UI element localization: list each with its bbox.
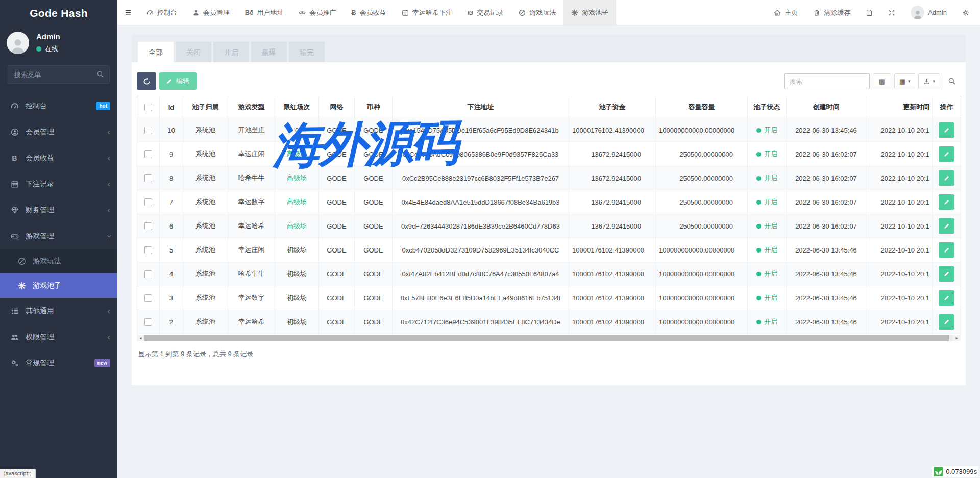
sidebar-search-input[interactable] (8, 65, 110, 84)
toggle-view-button[interactable]: ▤ (873, 73, 891, 89)
seedling-icon (934, 467, 943, 476)
column-header-网络[interactable]: 网络 (319, 96, 355, 118)
row-edit-button[interactable] (939, 170, 954, 186)
table-row: 2系统池幸运哈希初级场GODEGODE0x42C712f7C36e94C5390… (137, 310, 961, 334)
chevron-left-icon: ‹ (107, 332, 110, 342)
edit-button[interactable]: 编辑 (159, 72, 197, 90)
sidebar-item-会员收益[interactable]: Ƀ会员收益‹ (0, 145, 117, 171)
column-header-游戏类型[interactable]: 游戏类型 (228, 96, 275, 118)
row-edit-button[interactable] (939, 314, 954, 330)
tab-开启[interactable]: 开启 (213, 42, 249, 62)
performance-time: 0.073099s (946, 468, 977, 475)
topnav-action-Admin[interactable]: Admin (903, 0, 954, 25)
topnav-action-清除缓存[interactable]: 清除缓存 (805, 0, 858, 25)
column-header-池子归属[interactable]: 池子归属 (183, 96, 228, 118)
row-checkbox[interactable] (144, 318, 152, 326)
tab-赢爆[interactable]: 赢爆 (251, 42, 287, 62)
topnav-item-会员收益[interactable]: Ƀ会员收益 (344, 0, 394, 25)
topnav-item-label: 幸运哈希下注 (412, 8, 452, 17)
cell-status: 开启 (748, 142, 787, 166)
sidebar-submenu: 游戏玩法游戏池子 (0, 249, 117, 298)
row-checkbox[interactable] (144, 174, 152, 182)
row-checkbox[interactable] (144, 222, 152, 230)
cell-id: 3 (160, 286, 183, 310)
row-edit-button[interactable] (939, 146, 954, 162)
refresh-button[interactable] (137, 72, 156, 90)
topnav-item-游戏池子[interactable]: 游戏池子 (564, 0, 616, 25)
scrollbar-thumb[interactable] (144, 335, 949, 341)
row-checkbox[interactable] (144, 270, 152, 278)
sidebar-item-财务管理[interactable]: 财务管理‹ (0, 197, 117, 223)
column-header-更新时间[interactable]: 更新时间 (866, 96, 933, 118)
chevron-down-icon: ‹ (104, 235, 114, 238)
brand-title: Gode Hash (0, 0, 117, 27)
sidebar-item-下注记录[interactable]: 下注记录‹ (0, 171, 117, 197)
row-checkbox[interactable] (144, 246, 152, 254)
topnav-action-主页[interactable]: 主页 (766, 0, 805, 25)
topnav-item-label: 游戏池子 (582, 8, 608, 17)
column-header-限红场次[interactable]: 限红场次 (275, 96, 319, 118)
sidebar-item-游戏管理[interactable]: 游戏管理‹ (0, 223, 117, 249)
sidebar-item-会员管理[interactable]: 会员管理‹ (0, 119, 117, 145)
row-checkbox[interactable] (144, 150, 152, 158)
scroll-left-arrow-icon[interactable]: ◂ (137, 335, 144, 341)
tab-全部[interactable]: 全部 (138, 42, 174, 62)
row-checkbox[interactable] (144, 198, 152, 206)
topnav-action-expand-icon[interactable] (880, 0, 903, 25)
tab-输完[interactable]: 输完 (289, 42, 325, 62)
cell-created: 2022-06-30 13:45:46 (787, 286, 866, 310)
scroll-right-arrow-icon[interactable]: ▸ (953, 335, 961, 341)
topnav-action-log-icon[interactable] (858, 0, 880, 25)
topnav-item-游戏玩法[interactable]: 游戏玩法 (511, 0, 564, 25)
columns-button[interactable]: ▦ ▾ (894, 73, 916, 89)
topnav-item-会员推广[interactable]: 会员推广 (291, 0, 344, 25)
search-icon (96, 70, 104, 78)
cell-funds: 13672.92415000 (569, 190, 656, 214)
row-checkbox[interactable] (144, 294, 152, 302)
status-dot-icon (756, 176, 761, 181)
column-header-创建时间[interactable]: 创建时间 (787, 96, 866, 118)
column-header-池子状态[interactable]: 池子状态 (748, 96, 787, 118)
chevron-left-icon: ‹ (107, 127, 110, 137)
cell-game-type: 幸运庄闲 (228, 142, 275, 166)
row-edit-button[interactable] (939, 194, 954, 210)
topnav-item-用户地址[interactable]: Bē用户地址 (237, 0, 291, 25)
column-header-下注地址[interactable]: 下注地址 (393, 96, 569, 118)
column-header-币种[interactable]: 币种 (355, 96, 393, 118)
select-all-checkbox[interactable] (144, 104, 152, 111)
row-edit-button[interactable] (939, 266, 954, 282)
export-button[interactable]: ▾ (918, 73, 940, 89)
row-checkbox[interactable] (144, 127, 152, 134)
row-edit-button[interactable] (939, 218, 954, 234)
cell-id: 10 (160, 118, 183, 142)
list-view-icon: ▤ (878, 78, 885, 85)
avatar[interactable] (7, 32, 29, 54)
sidebar-item-控制台[interactable]: 控制台hot (0, 93, 117, 119)
column-header-容量容量[interactable]: 容量容量 (656, 96, 748, 118)
sidebar-item-其他通用[interactable]: 其他通用‹ (0, 298, 117, 324)
topnav-item-幸运哈希下注[interactable]: 幸运哈希下注 (394, 0, 460, 25)
search-toggle-button[interactable] (943, 77, 961, 85)
topnav-action-gear-icon[interactable] (954, 0, 977, 25)
topnav-item-交易记录[interactable]: ₪交易记录 (460, 0, 511, 25)
tab-关闭[interactable]: 关闭 (176, 42, 211, 62)
sidebar-item-常规管理[interactable]: 常规管理new (0, 350, 117, 376)
cell-actions (933, 262, 961, 286)
row-edit-button[interactable] (939, 122, 954, 138)
cell-network: GODE (319, 286, 355, 310)
topnav-item-会员管理[interactable]: 会员管理 (185, 0, 237, 25)
column-header-Id[interactable]: Id (160, 96, 183, 118)
sidebar-item-游戏池子[interactable]: 游戏池子 (0, 273, 117, 298)
column-header-操作[interactable]: 操作 (933, 96, 961, 118)
table-search-input[interactable] (784, 73, 870, 89)
topnav-item-控制台[interactable]: 控制台 (139, 0, 185, 25)
sidebar-item-权限管理[interactable]: 权限管理‹ (0, 324, 117, 350)
column-header-池子资金[interactable]: 池子资金 (569, 96, 656, 118)
horizontal-scrollbar[interactable]: ◂ ▸ (137, 335, 961, 341)
cell-funds: 10000176102.41390000 (569, 310, 656, 334)
menu-toggle[interactable]: ≡ (117, 0, 139, 25)
sidebar-item-label: 控制台 (26, 102, 47, 111)
sidebar-item-游戏玩法[interactable]: 游戏玩法 (0, 249, 117, 273)
row-edit-button[interactable] (939, 290, 954, 306)
row-edit-button[interactable] (939, 242, 954, 258)
